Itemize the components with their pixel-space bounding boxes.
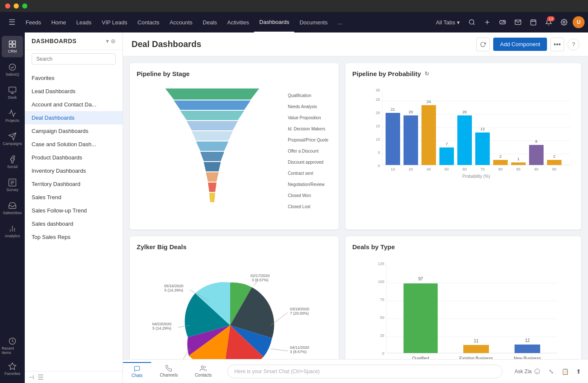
zylker-deals-title: Zylker Big Deals: [137, 243, 332, 250]
svg-rect-15: [9, 41, 12, 44]
bottom-icon-2[interactable]: 📋: [559, 365, 571, 377]
top-navigation: ☰ Feeds Home Leads VIP Leads Contacts Ac…: [0, 12, 588, 32]
search-button[interactable]: [465, 15, 479, 29]
sidebar-projects[interactable]: Projects: [2, 105, 23, 127]
left-nav-sales-followup[interactable]: Sales Follow-up Trend: [25, 204, 123, 217]
close-button[interactable]: [5, 3, 10, 9]
bottom-icon-1[interactable]: ⤡: [545, 365, 557, 377]
svg-rect-72: [511, 162, 526, 165]
left-nav-product-dashboards[interactable]: Product Dashboards: [25, 151, 123, 164]
left-nav-inventory-dashboards[interactable]: Inventory Dashboards: [25, 164, 123, 177]
sidebar-campaigns[interactable]: Campaigns: [2, 128, 23, 150]
left-nav-add-icon[interactable]: ⊕: [111, 38, 116, 44]
svg-text:New Business: New Business: [514, 356, 541, 359]
calendar-button[interactable]: [527, 15, 540, 29]
list-icon[interactable]: ☰: [38, 373, 44, 381]
all-tabs-button[interactable]: All Tabs ▾: [433, 19, 463, 26]
left-nav-items: Favorites Lead Dashboards Account and Co…: [25, 68, 123, 371]
funnel-label-closed-lost: Closed Lost: [288, 201, 328, 212]
smart-chat-input[interactable]: Here is your Smart Chat (Ctrl+Space): [227, 365, 503, 378]
sidebar-campaigns-label: Campaigns: [3, 141, 22, 146]
hamburger-menu[interactable]: ☰: [3, 12, 20, 32]
email-button[interactable]: [511, 15, 525, 29]
sidebar-salesiq[interactable]: SalesIQ: [2, 59, 23, 80]
sidebar-social[interactable]: Social: [2, 151, 23, 173]
svg-text:40: 40: [427, 167, 431, 171]
help-button[interactable]: ?: [568, 38, 579, 50]
bottom-bar: Chats Channels Contacts Here is your Sma…: [123, 359, 588, 383]
more-options-button[interactable]: •••: [550, 38, 564, 51]
add-button[interactable]: [480, 15, 494, 29]
svg-text:20: 20: [462, 110, 467, 114]
left-nav-sales-trend[interactable]: Sales Trend: [25, 191, 123, 204]
refresh-icon: [480, 41, 486, 47]
left-nav-dropdown-icon[interactable]: ▾: [106, 38, 109, 44]
sidebar-crm[interactable]: CRM: [2, 36, 23, 57]
bottom-contacts[interactable]: Contacts: [186, 362, 220, 380]
content-area: Deal Dashboards Add Component ••• ? Pipe…: [123, 32, 588, 383]
minimize-button[interactable]: [14, 3, 19, 9]
pie-chart-container: 02/17/2020 3 (8.57%) 03/19/2020 7 (20.00…: [137, 256, 332, 359]
sidebar-desk[interactable]: Desk: [2, 82, 23, 103]
bottom-chats[interactable]: Chats: [123, 362, 151, 380]
nav-documents[interactable]: Documents: [294, 12, 333, 32]
left-nav-top-sales-reps[interactable]: Top Sales Reps: [25, 230, 123, 244]
nav-deals[interactable]: Deals: [198, 12, 222, 32]
left-nav-account-contact[interactable]: Account and Contact Da...: [25, 98, 123, 111]
svg-text:75: 75: [380, 298, 384, 302]
gamepad-button[interactable]: [496, 15, 509, 29]
nav-more[interactable]: ...: [333, 19, 348, 26]
svg-text:5 (14.29%): 5 (14.29%): [152, 326, 171, 330]
left-nav-territory-dashboard[interactable]: Territory Dashboard: [25, 177, 123, 191]
left-nav-sales-dashboard[interactable]: Sales dashboard: [25, 217, 123, 230]
svg-marker-33: [174, 100, 251, 110]
sidebar-crm-label: CRM: [8, 49, 17, 53]
svg-text:Qualified: Qualified: [412, 356, 429, 359]
user-avatar[interactable]: U: [573, 16, 585, 28]
svg-text:7 (20.00%): 7 (20.00%): [290, 311, 309, 315]
nav-activities[interactable]: Activities: [222, 12, 254, 32]
bottom-channels[interactable]: Channels: [151, 362, 186, 380]
nav-vip-leads[interactable]: VIP Leads: [97, 12, 132, 32]
nav-feeds[interactable]: Feeds: [20, 12, 46, 32]
svg-text:7: 7: [445, 142, 448, 146]
sidebar-salesiq-label: SalesIQ: [6, 72, 19, 77]
left-nav-lead-dashboards[interactable]: Lead Dashboards: [25, 85, 123, 98]
funnel-label-needs: Needs Analysis: [288, 101, 328, 112]
left-nav-title: DASHBOARDS: [32, 38, 76, 44]
left-nav-deal-dashboards[interactable]: Deal Dashboards: [25, 111, 123, 124]
search-input[interactable]: [32, 53, 116, 65]
left-nav-campaign-dashboards[interactable]: Campaign Dashboards: [25, 124, 123, 138]
deals-type-chart: Record Count 0 25 50 75 100 125: [369, 259, 566, 359]
notification-button[interactable]: 13: [542, 15, 556, 29]
settings-button[interactable]: [557, 15, 571, 29]
funnel-label-negotiation: Negotiation/Review: [288, 179, 328, 190]
left-nav-case-solution[interactable]: Case and Solution Dash...: [25, 138, 123, 151]
bottom-icon-3[interactable]: ⬆: [573, 365, 585, 377]
sidebar-analytics[interactable]: Analytics: [2, 221, 23, 242]
add-component-button[interactable]: Add Component: [493, 38, 547, 51]
nav-dashboards[interactable]: Dashboards: [254, 12, 294, 32]
maximize-button[interactable]: [22, 3, 27, 9]
ask-zia-label: Ask Zia: [515, 368, 532, 374]
expand-icon[interactable]: ⊣: [28, 373, 34, 381]
sidebar-survey[interactable]: Survey: [2, 174, 23, 196]
left-nav-favorites[interactable]: Favorites: [25, 71, 123, 85]
sidebar-favorites[interactable]: Favorites: [2, 358, 23, 380]
svg-point-8: [504, 22, 504, 22]
nav-home[interactable]: Home: [46, 12, 71, 32]
probability-refresh-icon[interactable]: ↻: [424, 71, 429, 77]
sidebar-recent[interactable]: Recent Items: [2, 335, 23, 356]
ask-zia-button[interactable]: Ask Zia: [509, 368, 545, 374]
svg-point-19: [9, 64, 16, 71]
svg-text:2: 2: [499, 154, 501, 159]
nav-contacts[interactable]: Contacts: [132, 12, 164, 32]
nav-accounts[interactable]: Accounts: [164, 12, 197, 32]
refresh-button[interactable]: [476, 38, 490, 51]
nav-leads[interactable]: Leads: [71, 12, 97, 32]
svg-rect-74: [529, 145, 544, 165]
bottom-channels-label: Channels: [160, 373, 178, 377]
page-title: Deal Dashboards: [132, 39, 471, 49]
bottom-contacts-label: Contacts: [195, 373, 211, 377]
sidebar-salesinbox[interactable]: SalesInbox: [2, 197, 23, 219]
